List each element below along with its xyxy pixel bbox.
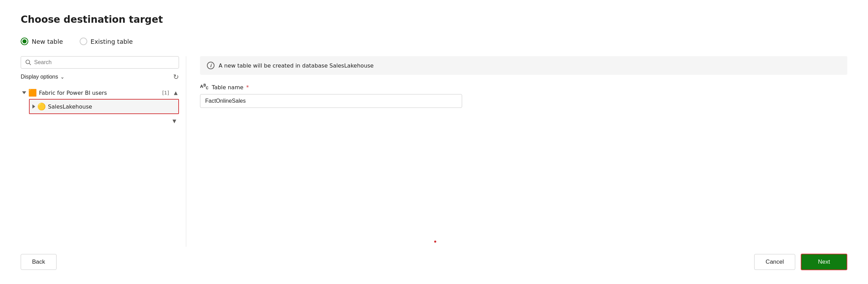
existing-table-label: Existing table: [91, 38, 133, 45]
collapse-icon[interactable]: [22, 91, 26, 94]
lakehouse-label: SalesLakehouse: [48, 103, 176, 110]
new-table-label: New table: [32, 38, 63, 45]
refresh-button[interactable]: ↻: [173, 73, 179, 81]
scroll-up-arrow-icon[interactable]: ▲: [174, 90, 178, 95]
footer: Back Cancel Next: [21, 247, 847, 270]
table-name-label: Table name: [212, 84, 243, 91]
svg-text:A: A: [200, 84, 203, 89]
search-box[interactable]: [21, 56, 179, 69]
display-options-label: Display options: [21, 74, 58, 80]
required-star: *: [246, 84, 249, 91]
info-banner-text: A new table will be created in database …: [219, 62, 373, 69]
svg-line-1: [29, 63, 31, 65]
table-name-input[interactable]: [200, 94, 462, 108]
next-button[interactable]: Next: [801, 254, 847, 270]
right-buttons: Cancel Next: [754, 254, 847, 270]
folder-label: Fabric for Power BI users: [39, 90, 159, 96]
chevron-down-icon: ⌄: [60, 74, 64, 80]
folder-item: 🟧 Fabric for Power BI users [1] ▲: [21, 87, 179, 99]
scroll-down-arrow-icon[interactable]: ▼: [172, 118, 176, 124]
existing-table-radio[interactable]: Existing table: [80, 38, 133, 45]
info-icon: i: [207, 62, 214, 69]
expand-icon[interactable]: [32, 104, 35, 109]
table-name-label-row: A B C Table name *: [200, 83, 847, 91]
existing-table-radio-circle: [80, 38, 87, 45]
page-container: Choose destination target New table Exis…: [0, 0, 868, 284]
right-panel: i A new table will be created in databas…: [186, 56, 847, 247]
search-input[interactable]: [34, 59, 174, 65]
lakehouse-item[interactable]: 🟡 SalesLakehouse: [29, 99, 179, 114]
database-icon: 🟡: [37, 102, 46, 111]
back-button[interactable]: Back: [21, 254, 57, 270]
abc-icon: A B C: [200, 83, 209, 91]
new-table-radio[interactable]: New table: [21, 38, 63, 45]
page-title: Choose destination target: [21, 14, 847, 25]
search-icon: [25, 59, 31, 65]
folder-icon: 🟧: [28, 89, 37, 97]
display-options-row: Display options ⌄ ↻: [21, 73, 179, 81]
new-table-radio-circle: [21, 38, 28, 45]
folder-count: [1]: [162, 90, 169, 95]
display-options-button[interactable]: Display options ⌄: [21, 74, 64, 80]
info-banner: i A new table will be created in databas…: [200, 56, 847, 75]
tree-container: 🟧 Fabric for Power BI users [1] ▲ 🟡 Sale…: [21, 87, 179, 247]
divider-dot: [434, 241, 436, 243]
content-area: Display options ⌄ ↻ 🟧 Fabric for Power B…: [21, 56, 847, 247]
svg-text:C: C: [206, 86, 208, 90]
radio-group: New table Existing table: [21, 38, 847, 45]
left-panel: Display options ⌄ ↻ 🟧 Fabric for Power B…: [21, 56, 186, 247]
table-name-section: A B C Table name *: [200, 83, 847, 108]
cancel-button[interactable]: Cancel: [754, 254, 795, 270]
